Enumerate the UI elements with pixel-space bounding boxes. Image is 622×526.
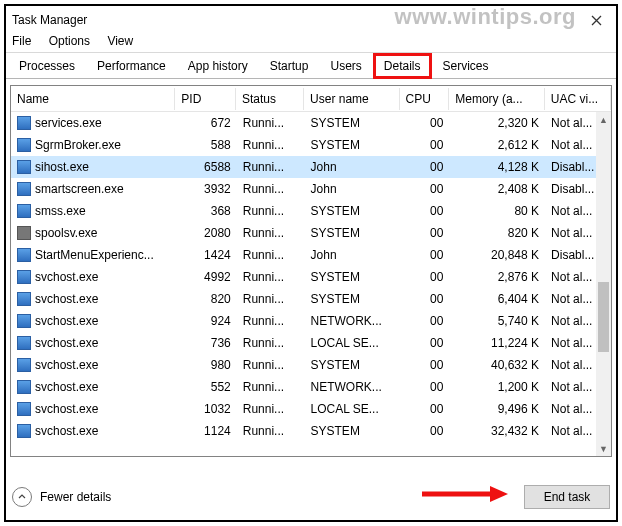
table-body: services.exe672Runni...SYSTEM002,320 KNo… — [11, 112, 611, 456]
process-name: svchost.exe — [35, 336, 98, 350]
cell-cpu: 00 — [400, 224, 449, 242]
footer: Fewer details End task — [12, 480, 610, 514]
cell-cpu: 00 — [400, 136, 449, 154]
cell-user: SYSTEM — [305, 114, 401, 132]
fewer-details-label: Fewer details — [40, 490, 111, 504]
table-row[interactable]: svchost.exe552Runni...NETWORK...001,200 … — [11, 376, 611, 398]
process-name: svchost.exe — [35, 380, 98, 394]
cell-memory: 1,200 K — [449, 378, 545, 396]
col-name[interactable]: Name — [11, 88, 175, 110]
process-name: smartscreen.exe — [35, 182, 124, 196]
table-header: Name PID Status User name CPU Memory (a.… — [11, 86, 611, 112]
cell-user: SYSTEM — [305, 224, 401, 242]
cell-user: NETWORK... — [305, 378, 401, 396]
cell-status: Runni... — [237, 180, 305, 198]
cell-pid: 6588 — [176, 158, 236, 176]
vertical-scrollbar[interactable]: ▲ ▼ — [596, 112, 611, 456]
col-user[interactable]: User name — [304, 88, 400, 110]
process-name: StartMenuExperienc... — [35, 248, 154, 262]
col-pid[interactable]: PID — [175, 88, 236, 110]
menu-view[interactable]: View — [107, 34, 133, 48]
end-task-button[interactable]: End task — [524, 485, 610, 509]
cell-memory: 9,496 K — [449, 400, 545, 418]
table-row[interactable]: spoolsv.exe2080Runni...SYSTEM00820 KNot … — [11, 222, 611, 244]
cell-memory: 20,848 K — [449, 246, 545, 264]
scroll-thumb[interactable] — [598, 282, 609, 352]
cell-status: Runni... — [237, 224, 305, 242]
cell-memory: 2,320 K — [449, 114, 545, 132]
process-name: spoolsv.exe — [35, 226, 97, 240]
cell-memory: 6,404 K — [449, 290, 545, 308]
cell-memory: 11,224 K — [449, 334, 545, 352]
tab-processes[interactable]: Processes — [8, 53, 86, 79]
menu-file[interactable]: File — [12, 34, 31, 48]
table-row[interactable]: svchost.exe736Runni...LOCAL SE...0011,22… — [11, 332, 611, 354]
table-row[interactable]: svchost.exe4992Runni...SYSTEM002,876 KNo… — [11, 266, 611, 288]
app-icon — [17, 402, 31, 416]
close-icon[interactable] — [582, 10, 610, 30]
tab-services[interactable]: Services — [432, 53, 500, 79]
cell-user: John — [305, 180, 401, 198]
tab-users[interactable]: Users — [319, 53, 372, 79]
menu-bar: File Options View — [6, 32, 616, 52]
table-row[interactable]: svchost.exe1032Runni...LOCAL SE...009,49… — [11, 398, 611, 420]
menu-options[interactable]: Options — [49, 34, 90, 48]
table-row[interactable]: services.exe672Runni...SYSTEM002,320 KNo… — [11, 112, 611, 134]
cell-user: SYSTEM — [305, 202, 401, 220]
cell-cpu: 00 — [400, 378, 449, 396]
cell-pid: 672 — [176, 114, 236, 132]
cell-status: Runni... — [237, 356, 305, 374]
cell-pid: 736 — [176, 334, 236, 352]
process-name: svchost.exe — [35, 314, 98, 328]
cell-pid: 552 — [176, 378, 236, 396]
tab-performance[interactable]: Performance — [86, 53, 177, 79]
cell-cpu: 00 — [400, 180, 449, 198]
table-row[interactable]: SgrmBroker.exe588Runni...SYSTEM002,612 K… — [11, 134, 611, 156]
chevron-up-icon — [12, 487, 32, 507]
fewer-details-toggle[interactable]: Fewer details — [12, 487, 111, 507]
app-icon — [17, 292, 31, 306]
cell-pid: 980 — [176, 356, 236, 374]
table-row[interactable]: svchost.exe980Runni...SYSTEM0040,632 KNo… — [11, 354, 611, 376]
cell-pid: 924 — [176, 312, 236, 330]
app-icon — [17, 204, 31, 218]
cell-user: LOCAL SE... — [305, 400, 401, 418]
process-table: Name PID Status User name CPU Memory (a.… — [10, 85, 612, 457]
table-row[interactable]: smss.exe368Runni...SYSTEM0080 KNot al... — [11, 200, 611, 222]
cell-memory: 820 K — [449, 224, 545, 242]
table-row[interactable]: smartscreen.exe3932Runni...John002,408 K… — [11, 178, 611, 200]
col-uac[interactable]: UAC vi... — [545, 88, 611, 110]
cell-status: Runni... — [237, 158, 305, 176]
process-name: svchost.exe — [35, 292, 98, 306]
tab-startup[interactable]: Startup — [259, 53, 320, 79]
cell-memory: 40,632 K — [449, 356, 545, 374]
table-row[interactable]: svchost.exe1124Runni...SYSTEM0032,432 KN… — [11, 420, 611, 442]
col-cpu[interactable]: CPU — [400, 88, 450, 110]
cell-cpu: 00 — [400, 268, 449, 286]
process-name: svchost.exe — [35, 270, 98, 284]
cell-user: SYSTEM — [305, 422, 401, 440]
cell-user: John — [305, 158, 401, 176]
cell-pid: 4992 — [176, 268, 236, 286]
table-row[interactable]: svchost.exe820Runni...SYSTEM006,404 KNot… — [11, 288, 611, 310]
cell-user: NETWORK... — [305, 312, 401, 330]
cell-memory: 80 K — [449, 202, 545, 220]
tab-details[interactable]: Details — [373, 53, 432, 79]
app-icon — [17, 314, 31, 328]
cell-cpu: 00 — [400, 202, 449, 220]
table-row[interactable]: StartMenuExperienc...1424Runni...John002… — [11, 244, 611, 266]
process-name: services.exe — [35, 116, 102, 130]
scroll-up-icon[interactable]: ▲ — [596, 112, 611, 127]
app-icon — [17, 380, 31, 394]
col-status[interactable]: Status — [236, 88, 304, 110]
cell-user: SYSTEM — [305, 136, 401, 154]
cell-status: Runni... — [237, 246, 305, 264]
process-name: sihost.exe — [35, 160, 89, 174]
cell-user: LOCAL SE... — [305, 334, 401, 352]
scroll-down-icon[interactable]: ▼ — [596, 441, 611, 456]
app-icon — [17, 270, 31, 284]
table-row[interactable]: sihost.exe6588Runni...John004,128 KDisab… — [11, 156, 611, 178]
table-row[interactable]: svchost.exe924Runni...NETWORK...005,740 … — [11, 310, 611, 332]
tab-app-history[interactable]: App history — [177, 53, 259, 79]
col-memory[interactable]: Memory (a... — [449, 88, 545, 110]
